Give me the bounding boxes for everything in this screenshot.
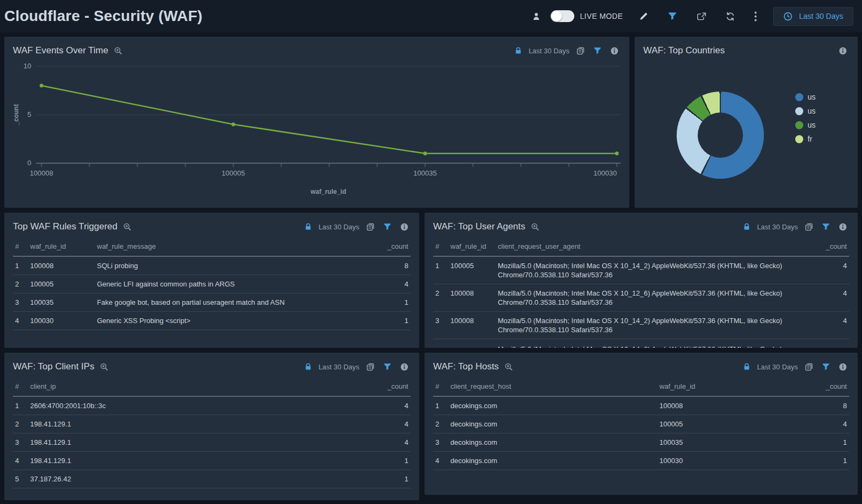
table-cell: Generic XSS Probing <script> — [95, 312, 373, 330]
copy-icon[interactable] — [364, 221, 377, 233]
table-row: 3100035Fake google bot, based on partial… — [13, 293, 411, 312]
kebab-menu-icon[interactable] — [752, 9, 759, 24]
user-icon[interactable] — [530, 10, 543, 23]
column-header[interactable]: _count — [821, 237, 849, 256]
legend-label: us — [808, 107, 816, 115]
series-line — [41, 86, 617, 153]
column-header[interactable]: # — [13, 377, 28, 396]
live-mode-toggle[interactable] — [551, 10, 574, 22]
info-icon[interactable] — [837, 221, 849, 233]
column-header[interactable]: client_ip — [28, 377, 373, 396]
data-point — [615, 152, 619, 156]
copy-icon[interactable] — [574, 45, 587, 57]
column-header[interactable]: _count — [373, 237, 411, 256]
zoom-in-icon[interactable] — [98, 361, 110, 373]
edit-pencil-icon[interactable] — [637, 10, 650, 23]
panel-top-waf-rules: Top WAF Rules Triggered Last 30 Days #wa… — [4, 213, 419, 348]
table-cell: 1 — [13, 396, 28, 415]
filter-icon[interactable] — [665, 10, 679, 23]
column-header[interactable]: waf_rule_message — [95, 237, 373, 256]
table-cell: 1 — [373, 470, 411, 488]
panel-time-range[interactable]: Last 30 Days — [529, 47, 569, 55]
refresh-icon[interactable] — [724, 10, 737, 23]
legend-item[interactable]: us — [795, 121, 816, 129]
legend-item[interactable]: us — [795, 93, 816, 101]
column-header[interactable]: _count — [373, 377, 411, 396]
copy-icon[interactable] — [364, 361, 377, 373]
info-icon[interactable] — [837, 361, 849, 373]
filter-icon[interactable] — [381, 221, 393, 233]
table-cell: 4 — [373, 415, 411, 433]
rules-table: #waf_rule_idwaf_rule_message_count110000… — [13, 237, 411, 330]
column-header[interactable]: client_request_host — [448, 377, 657, 396]
info-icon[interactable] — [837, 45, 849, 57]
zoom-in-icon[interactable] — [529, 221, 541, 233]
zoom-in-icon[interactable] — [112, 45, 124, 57]
table-row: 1100008SQLi probing8 — [13, 256, 411, 275]
lock-icon[interactable] — [513, 45, 524, 57]
panel-time-range[interactable]: Last 30 Days — [757, 223, 798, 231]
column-header[interactable]: client_request_user_agent — [496, 237, 821, 256]
waf-events-line-chart[interactable]: 0510100008100005100035100030waf_rule_id_… — [13, 58, 621, 205]
filter-icon[interactable] — [381, 361, 393, 373]
panel-time-range[interactable]: Last 30 Days — [757, 363, 798, 371]
table-row: 4198.41.129.11 — [13, 452, 411, 470]
info-icon[interactable] — [398, 221, 411, 233]
table-cell: 1 — [13, 256, 28, 275]
table-cell: 3 — [13, 433, 28, 452]
table-cell: SQLi probing — [95, 256, 373, 275]
filter-icon[interactable] — [820, 221, 832, 233]
legend-item[interactable]: fr — [795, 135, 816, 143]
column-header[interactable]: waf_rule_id — [657, 377, 811, 396]
table-cell: 37.187.26.42 — [28, 470, 373, 488]
filter-icon[interactable] — [592, 45, 603, 57]
donut-hole — [698, 113, 743, 158]
legend-label: fr — [808, 135, 812, 143]
x-axis-title: waf_rule_id — [310, 188, 346, 195]
share-icon[interactable] — [694, 10, 708, 23]
time-range-button[interactable]: Last 30 Days — [773, 7, 853, 26]
table-cell: 4 — [13, 312, 28, 330]
column-header[interactable]: # — [433, 237, 448, 256]
table-row: 2100008Mozilla/5.0 (Macintosh; Intel Mac… — [433, 284, 849, 312]
legend-item[interactable]: us — [795, 107, 816, 115]
zoom-in-icon[interactable] — [503, 361, 515, 373]
lock-icon[interactable] — [303, 361, 314, 373]
lock-icon[interactable] — [741, 221, 752, 233]
zoom-in-icon[interactable] — [121, 221, 134, 233]
table-cell: 4 — [373, 275, 411, 293]
panel-time-range[interactable]: Last 30 Days — [318, 223, 359, 231]
table-cell: 100005 — [657, 415, 811, 433]
table-cell: 198.41.129.1 — [28, 452, 373, 470]
column-header[interactable]: waf_rule_id — [28, 237, 95, 256]
table-cell: 1 — [433, 256, 448, 284]
legend-swatch — [795, 93, 803, 101]
x-tick-label: 100005 — [221, 169, 245, 177]
panel-waf-top-hosts: WAF: Top Hosts Last 30 Days #client_requ… — [425, 353, 858, 495]
panel-waf-events-over-time: WAF Events Over Time Last 30 Days 051010… — [4, 37, 629, 208]
column-header[interactable]: waf_rule_id — [448, 237, 496, 256]
table-row: 2decokings.com1000054 — [433, 415, 849, 433]
column-header[interactable]: # — [433, 377, 448, 396]
info-icon[interactable] — [398, 361, 411, 373]
info-icon[interactable] — [608, 45, 621, 57]
lock-icon[interactable] — [741, 361, 752, 373]
panel-title: WAF: Top Hosts — [433, 361, 499, 372]
lock-icon[interactable] — [303, 221, 314, 233]
panel-time-range[interactable]: Last 30 Days — [318, 363, 359, 371]
table-cell: 4 — [373, 396, 411, 415]
table-row: 12606:4700:2001:10b::3c4 — [13, 396, 411, 415]
countries-donut-chart[interactable] — [677, 92, 764, 179]
table-cell: 2 — [13, 275, 28, 293]
copy-icon[interactable] — [803, 221, 815, 233]
filter-icon[interactable] — [820, 361, 832, 373]
table-cell: 100030 — [657, 452, 811, 470]
table-cell: 1 — [373, 452, 411, 470]
copy-icon[interactable] — [803, 361, 815, 373]
table-cell: 2 — [13, 415, 28, 433]
table-cell: 8 — [811, 396, 849, 415]
column-header[interactable]: _count — [811, 377, 849, 396]
panel-title: WAF: Top Client IPs — [13, 361, 94, 372]
column-header[interactable]: # — [13, 237, 28, 256]
page-title: Cloudflare - Security (WAF) — [4, 8, 203, 25]
